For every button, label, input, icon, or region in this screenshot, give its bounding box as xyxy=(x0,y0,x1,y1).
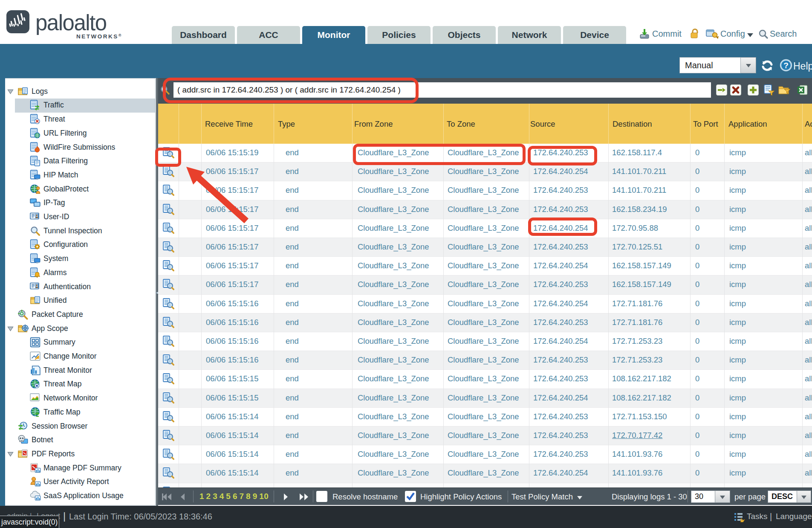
svg-text:?: ? xyxy=(783,61,789,70)
